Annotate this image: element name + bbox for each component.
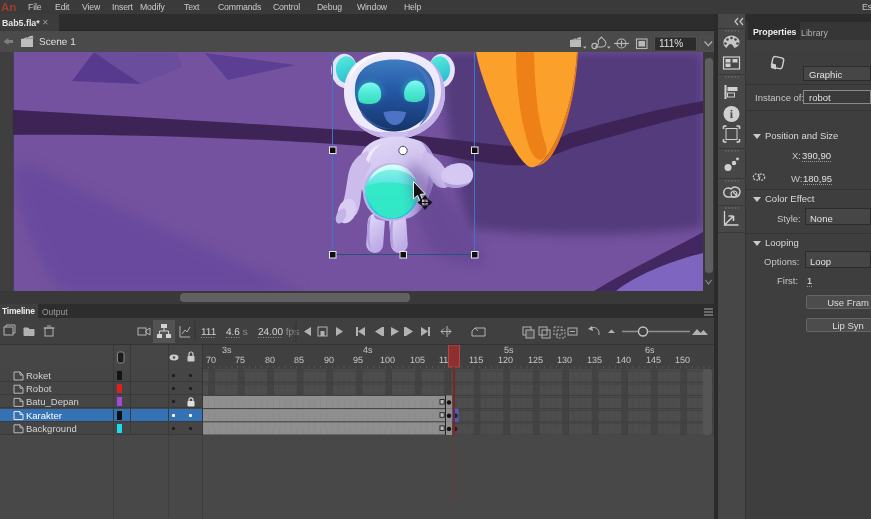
svg-text:150: 150: [675, 355, 690, 365]
svg-text:111: 111: [201, 327, 217, 338]
svg-text:70: 70: [206, 355, 216, 365]
svg-text:140: 140: [616, 355, 631, 365]
svg-text:4.6 s: 4.6 s: [226, 327, 248, 338]
svg-text:85: 85: [294, 355, 304, 365]
svg-text:120: 120: [498, 355, 513, 365]
svg-text:24.00 fps: 24.00 fps: [258, 327, 299, 338]
svg-text:80: 80: [265, 355, 275, 365]
svg-text:105: 105: [410, 355, 425, 365]
svg-text:75: 75: [235, 355, 245, 365]
svg-text:3s: 3s: [222, 345, 232, 355]
svg-text:6s: 6s: [645, 345, 655, 355]
svg-text:135: 135: [587, 355, 602, 365]
svg-text:100: 100: [380, 355, 395, 365]
svg-text:115: 115: [469, 355, 483, 365]
svg-text:95: 95: [353, 355, 363, 365]
svg-text:4s: 4s: [363, 345, 373, 355]
svg-text:Scene 1: Scene 1: [39, 37, 76, 48]
svg-text:145: 145: [646, 355, 661, 365]
svg-text:5s: 5s: [504, 345, 514, 355]
svg-text:125: 125: [528, 355, 543, 365]
svg-text:130: 130: [557, 355, 572, 365]
svg-text:90: 90: [324, 355, 334, 365]
